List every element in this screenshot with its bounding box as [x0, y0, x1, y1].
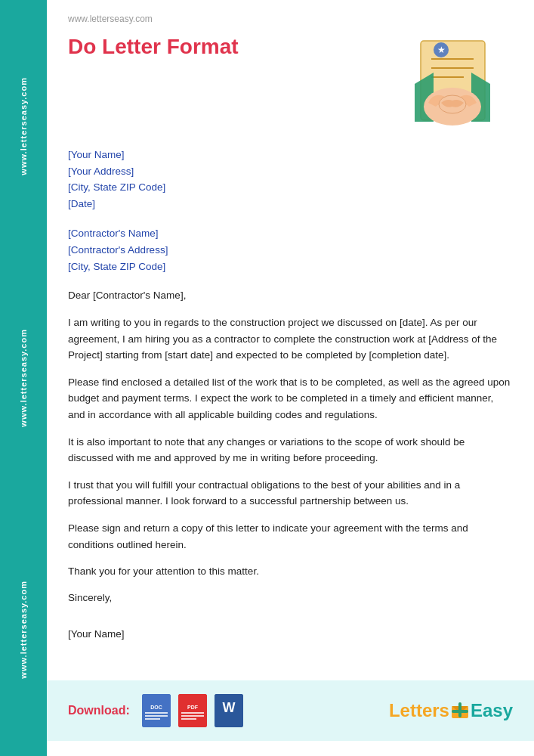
sidebar-watermark-3: www.letterseasy.com	[19, 581, 28, 679]
svg-rect-18	[181, 715, 204, 717]
closing: Sincerely, [Your Name]	[68, 590, 513, 643]
letter-header: Do Letter Format ★	[68, 35, 513, 133]
svg-text:PDF: PDF	[187, 705, 199, 710]
sidebar-watermark-1: www.letterseasy.com	[19, 77, 28, 175]
paragraph-5: Please sign and return a copy of this le…	[68, 520, 513, 553]
sidebar-watermark-2: www.letterseasy.com	[19, 329, 28, 427]
svg-rect-10	[142, 694, 171, 727]
svg-rect-14	[145, 718, 160, 720]
recipient-line1: [Contractor's Name]	[68, 225, 513, 242]
brand-letters-text: Letters	[389, 700, 449, 721]
sender-line4: [Date]	[68, 196, 513, 212]
svg-text:W: W	[222, 700, 235, 715]
svg-rect-25	[452, 710, 468, 713]
closing-name: [Your Name]	[68, 627, 513, 643]
website-url: www.letterseasy.com	[68, 14, 513, 24]
letter-title: Do Letter Format	[68, 35, 239, 59]
paragraph-6: Thank you for your attention to this mat…	[68, 563, 513, 580]
download-word-button[interactable]: W	[215, 694, 243, 727]
salutation: Dear [Contractor's Name],	[68, 288, 513, 304]
recipient-line3: [City, State ZIP Code]	[68, 259, 513, 275]
sender-line3: [City, State ZIP Code]	[68, 179, 513, 196]
sender-info: [Your Name] [Your Address] [City, State …	[68, 147, 513, 212]
svg-text:★: ★	[437, 45, 446, 55]
paragraph-3: It is also important to note that any ch…	[68, 434, 513, 466]
closing-word: Sincerely,	[68, 590, 513, 606]
recipient-line2: [Contractor's Address]	[68, 242, 513, 259]
contract-illustration-svg: ★	[392, 35, 513, 133]
download-label: Download:	[68, 704, 130, 717]
download-doc-button[interactable]: DOC	[142, 694, 171, 727]
footer: Download: DOC PDF	[47, 680, 534, 741]
sender-line2: [Your Address]	[68, 163, 513, 180]
brand-easy-text: Easy	[471, 700, 513, 721]
sidebar: www.letterseasy.com www.letterseasy.com …	[0, 0, 47, 756]
letter-body: [Your Name] [Your Address] [City, State …	[68, 147, 513, 643]
header-illustration: ★	[392, 35, 513, 133]
brand-logo: Letters Easy	[389, 700, 513, 721]
paragraph-2: Please find enclosed a detailed list of …	[68, 374, 513, 423]
download-pdf-button[interactable]: PDF	[178, 694, 207, 727]
svg-rect-13	[145, 715, 168, 717]
download-section: Download: DOC PDF	[68, 694, 243, 727]
svg-rect-17	[181, 712, 204, 714]
svg-rect-12	[145, 712, 168, 714]
svg-rect-15	[178, 694, 207, 727]
sender-line1: [Your Name]	[68, 147, 513, 163]
main-content: www.letterseasy.com Do Letter Format ★	[47, 0, 534, 680]
brand-icon	[449, 700, 471, 721]
svg-rect-19	[181, 718, 196, 720]
paragraph-4: I trust that you will fulfill your contr…	[68, 477, 513, 510]
svg-text:DOC: DOC	[150, 705, 162, 710]
recipient-info: [Contractor's Name] [Contractor's Addres…	[68, 225, 513, 274]
paragraph-1: I am writing to you in regards to the co…	[68, 314, 513, 364]
